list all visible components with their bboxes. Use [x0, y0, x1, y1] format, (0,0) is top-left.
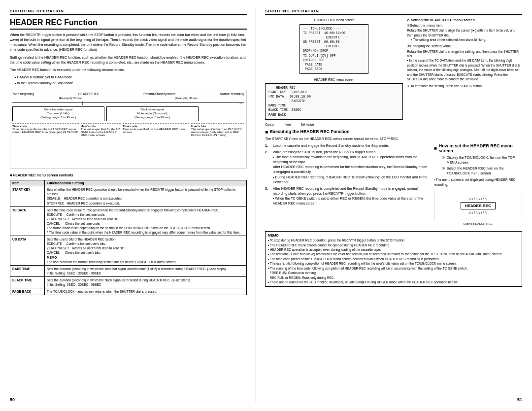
tc2-area: Time code Time code specified on the HEA… — [123, 123, 189, 137]
item-black-time: BLACK TIME — [10, 276, 45, 288]
divider1: | — [82, 101, 83, 105]
color-bar-box: Color bar video signal Test tone (1 kHz)… — [12, 106, 104, 121]
how-to-steps: ① Display the TC/UB/CLOCK. Item on the T… — [434, 155, 522, 176]
memo-section: MEMO • To stop during HEADER REC operati… — [265, 231, 522, 287]
table-row: BLACK TIME Sets the duration (seconds) i… — [10, 276, 247, 288]
hdr-rec-box: HEADER REC — [461, 202, 496, 209]
setting-title: 2. Setting the HEADER REC menu screen. — [407, 18, 522, 22]
desc-page-back: The TC/UB/CLOCK menu screen returns when… — [45, 288, 247, 295]
hdr-rec-arrow-label: / / / / / / / / / / / — [468, 197, 487, 201]
cursor-labels: Cursor Item Set value — [265, 122, 403, 127]
right-page-number: 51 — [265, 394, 522, 402]
header-rec-visual-area: How to set the HEADER REC menu screen ① … — [434, 143, 522, 225]
tcub-screen-wrap: TC/UB/CLOCK menu screen --- TC/UB/CLOCK … — [265, 18, 403, 76]
normal-rec-area — [200, 106, 244, 121]
left-section-header: SHOOTING OPERATION — [10, 9, 247, 15]
timeline-line — [12, 103, 244, 103]
exec-step-2: 2. While pressing the STOP button, press… — [265, 150, 429, 185]
ub2-area: User's bits The value specified for the … — [191, 123, 244, 137]
item-bars-time: BARS TIME — [10, 265, 45, 276]
item-ub-data: UB DATA — [10, 236, 45, 266]
arrow-right: → — [238, 101, 243, 105]
example-labels: (Example) 30 sec (Example) 30 sec — [12, 97, 244, 100]
memo-content: • To stop during HEADER REC operation, p… — [268, 238, 519, 284]
timeline: → | | — [12, 101, 244, 105]
desc-bars-time: Sets the duration (seconds) in which the… — [45, 265, 247, 276]
bullet-cam-vtr: CAM/VTR button: Set to CAM mode. — [10, 75, 247, 80]
header-rec-screen: --- HEADER REC --- START KEY STOP-REC >T… — [265, 83, 403, 120]
timecode-rows: Time code Time code specified on the HEA… — [12, 123, 244, 137]
divider2: | — [152, 101, 153, 105]
during-header-diagram: / / / / / / / / / / / HEADER REC / / / /… — [434, 191, 522, 220]
executing-content: 1. Load the cassette and engage the Reco… — [265, 143, 522, 225]
settings-text: Settings related to the HEADER REC funct… — [10, 55, 247, 65]
main-title: HEADER REC Function — [10, 18, 247, 30]
desc-black-time: Sets the duration (seconds) in which the… — [45, 276, 247, 288]
header-rec-diagram: Tape beginning HEADER REC Record-Standby… — [10, 90, 247, 169]
ub1-area: User's bits The value specified for the … — [81, 123, 121, 137]
menu-note: • The menu screen is not displayed durin… — [434, 177, 522, 187]
how-to-step1: ① Display the TC/UB/CLOCK. Item on the T… — [434, 155, 522, 165]
terminate-setting: 3. To terminate the setting, press the S… — [407, 84, 522, 88]
tcub-screen-label: TC/UB/CLOCK menu screen — [314, 18, 355, 22]
left-page-number: 50 — [10, 394, 247, 402]
hdr-rec-bottom-lines: / / / / / / / / / / / — [468, 211, 487, 214]
bullet-record-standby: In the Record-Standby or Stop mode — [10, 81, 247, 86]
setting-step1: ①Select the menu item. Rotate the SHUTTE… — [407, 23, 522, 42]
left-column: SHOOTING OPERATION HEADER REC Function W… — [10, 9, 256, 402]
item-tc-data: TC DATA — [10, 206, 45, 236]
right-section-header: SHOOTING OPERATION — [265, 9, 522, 15]
tcub-screen: --- TC/UB/CLOCK ---- TC PRESET 10:00:09:… — [299, 24, 368, 74]
exec-step-1: 1. Load the cassette and engage the Reco… — [265, 143, 429, 148]
desc-ub-data: Sets the user's bits of the HEADER REC s… — [45, 236, 247, 266]
executing-title: Executing the HEADER REC Function — [265, 129, 522, 135]
diagram-top-labels: Tape beginning HEADER REC Record-Standby… — [12, 92, 244, 96]
item-page-back: PAGE BACK — [10, 288, 45, 295]
how-to-step2: ② Select the HEADER REC item on the TC/U… — [434, 166, 522, 176]
header-rec-screen-content: --- HEADER REC --- START KEY STOP-REC >T… — [268, 86, 399, 117]
setting-instructions: 2. Setting the HEADER REC menu screen. ①… — [407, 18, 522, 127]
tc1-area: Time code Time code specified on the HEA… — [12, 123, 79, 137]
header-rec-screen-wrap: HEADER REC menu screen --- HEADER REC --… — [265, 78, 403, 127]
menu-table-header: ■ HEADER REC menu screen contents — [10, 173, 247, 177]
col-function: Function/Initial Setting — [45, 180, 247, 186]
signal-boxes: Color bar video signal Test tone (1 kHz)… — [12, 106, 244, 121]
memo-title: MEMO — [268, 234, 519, 237]
how-to-section: How to set the HEADER REC menu screen ① … — [434, 143, 522, 187]
executing-intro: The START KEY item on the HEADER REC men… — [265, 137, 522, 141]
desc-start-key: Sets whether the HEADER REC operation sh… — [45, 186, 247, 206]
item-start-key: START KEY — [10, 186, 45, 206]
how-to-title: How to set the HEADER REC menu screen — [434, 143, 522, 153]
during-header-label: During HEADER REC — [434, 222, 522, 225]
header-rec-menu-table: Item Function/Initial Setting START KEY … — [10, 180, 247, 295]
col-item: Item — [10, 180, 45, 186]
screens-area: TC/UB/CLOCK menu screen --- TC/UB/CLOCK … — [265, 18, 403, 127]
tcub-screen-content: --- TC/UB/CLOCK ---- TC PRESET 10:00:09:… — [303, 27, 365, 71]
exec-step-3: 3. After HEADER REC recording is complet… — [265, 186, 429, 206]
table-row: START KEY Sets whether the HEADER REC op… — [10, 186, 247, 206]
table-row: PAGE BACK The TC/UB/CLOCK menu screen re… — [10, 288, 247, 295]
top-area: TC/UB/CLOCK menu screen --- TC/UB/CLOCK … — [265, 18, 522, 127]
desc-tc-data: Sets the time code value for the point w… — [45, 206, 247, 236]
right-column: SHOOTING OPERATION TC/UB/CLOCK menu scre… — [256, 9, 522, 402]
table-row: TC DATA Sets the time code value for the… — [10, 206, 247, 236]
bullet-intro: The HEADER REC function is executed unde… — [10, 68, 247, 72]
hdr-rec-visual: / / / / / / / / / / / HEADER REC / / / /… — [461, 197, 496, 214]
intro-paragraph: When the REC/VTR trigger button is press… — [10, 33, 247, 53]
table-row: UB DATA Sets the user's bits of the HEAD… — [10, 236, 247, 266]
executing-steps: 1. Load the cassette and engage the Reco… — [265, 143, 429, 225]
table-row: BARS TIME Sets the duration (seconds) in… — [10, 265, 247, 276]
black-video-box: Black video signal Mute audio (No sound)… — [106, 106, 199, 121]
header-rec-screen-label: HEADER REC menu screen — [265, 78, 403, 81]
executing-section: Executing the HEADER REC Function The ST… — [265, 129, 522, 226]
setting-step2: ②Changing the setting value. Rotate the … — [407, 44, 522, 81]
